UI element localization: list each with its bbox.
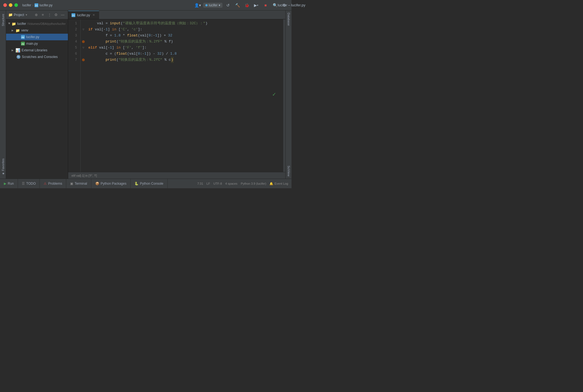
rerun-button[interactable]: ↺: [224, 2, 232, 9]
tree-item-scratches[interactable]: ✎ Scratches and Consoles: [6, 54, 68, 60]
console-tab-icon: 🐍: [134, 182, 139, 186]
code-7-c2: c: [169, 57, 171, 63]
status-breadcrumb-text: elif val[-1] in ['F', 'f']: [71, 174, 97, 177]
traffic-lights: [3, 3, 18, 7]
titlebar: lucifer › py lucifer.py lucifer – lucife…: [0, 0, 292, 10]
debug-button[interactable]: 🐞: [243, 2, 251, 9]
tree-item-lucifer-py[interactable]: py lucifer.py: [6, 34, 68, 40]
main-py-label: main.py: [26, 42, 38, 46]
file-icon: py: [35, 3, 38, 7]
event-log[interactable]: 🔔 Event Log: [269, 182, 288, 186]
breakpoint-7[interactable]: [82, 59, 85, 61]
breakpoint-4[interactable]: [82, 40, 85, 43]
code-4-p1: (: [116, 39, 118, 45]
hide-panel-button[interactable]: —: [60, 12, 66, 18]
gutter-1: [81, 20, 86, 27]
code-3-mul: *: [121, 33, 127, 39]
code-2-idx2: ]: [108, 27, 112, 33]
main-layout: Structure ★ Favorites 📁 Project ▼ ⊕ ≡ ⋮ …: [0, 10, 292, 179]
code-7-print: print: [105, 57, 116, 63]
code-4-print: print: [105, 39, 116, 45]
gutter-5: ▽: [81, 45, 86, 51]
maximize-button[interactable]: [14, 3, 18, 7]
code-line-2: if val [- 1 ] in [ 'C' , 'c' ]:: [88, 27, 283, 33]
run-coverage-button[interactable]: ▶▾: [252, 2, 260, 9]
code-7-pct: %: [162, 57, 169, 63]
fold-marker-5[interactable]: ▽: [83, 45, 84, 51]
line-num-7: 7: [68, 57, 78, 63]
code-6-1b: 1: [144, 51, 147, 57]
code-1-var: val: [97, 20, 103, 27]
tab-problems[interactable]: ⚠ Problems: [40, 179, 66, 189]
stop-button[interactable]: ■: [262, 2, 269, 9]
python-version[interactable]: Python 3.9 (lucifer): [241, 182, 266, 185]
left-vertical-labels: Structure ★ Favorites: [0, 10, 6, 179]
code-2-comma: ,: [127, 27, 131, 33]
line-sep[interactable]: LF: [206, 182, 210, 185]
tree-item-external-libs[interactable]: ▶ 📊 External Libraries: [6, 47, 68, 54]
run-tab-label: Run: [8, 182, 14, 186]
tree-root-folder[interactable]: ▶ 📁 lucifer /Volumes/DBA/python/lucifer: [6, 20, 68, 27]
breadcrumb-filename[interactable]: lucifer.py: [39, 3, 52, 7]
line-numbers: 1 2 3 4 5 6 7: [68, 19, 81, 172]
settings-gear-button[interactable]: ⚙: [53, 12, 59, 18]
tab-terminal[interactable]: ▣ Terminal: [66, 179, 91, 189]
line-num-3: 3: [68, 33, 78, 39]
code-2-idx: [-: [101, 27, 106, 33]
code-6-val2: val: [129, 51, 136, 57]
code-content[interactable]: val = input ( "请输入带温度表示符号的温度值（例如：32C）： "…: [86, 19, 283, 172]
cursor-position[interactable]: 7:31: [197, 182, 203, 185]
sciview-label[interactable]: SciView: [286, 163, 292, 179]
tab-close-button[interactable]: ✕: [92, 13, 96, 17]
tab-python-packages[interactable]: 📦 Python Packages: [91, 179, 131, 189]
tab-python-console[interactable]: 🐍 Python Console: [131, 179, 168, 189]
code-5-idx: [-: [105, 45, 110, 51]
code-7-str: "转换后的温度为：%.2fC": [118, 57, 162, 63]
venv-folder-icon: 📁: [15, 28, 20, 33]
collapse-all-button[interactable]: ≡: [40, 12, 46, 18]
project-title[interactable]: 📁 Project ▼: [8, 13, 28, 17]
minimize-button[interactable]: [9, 3, 12, 7]
tab-lucifer-py[interactable]: py lucifer.py ✕: [68, 11, 99, 19]
code-line-5: elif val [- 1 ] in [ 'F' , 'f' ]:: [88, 45, 283, 51]
run-config[interactable]: lucifer ▾: [203, 3, 222, 8]
close-button[interactable]: [3, 3, 7, 7]
vertical-scrollbar[interactable]: [283, 19, 285, 172]
code-6-32: 32: [157, 51, 162, 57]
code-6-p1: (: [127, 51, 129, 57]
tab-run[interactable]: ▶ Run: [0, 179, 18, 189]
indent[interactable]: 4 spaces: [225, 182, 237, 185]
tree-item-venv[interactable]: ▶ 📁 venv: [6, 27, 68, 34]
code-6-sl: [: [136, 51, 138, 57]
fold-marker-2[interactable]: ▽: [83, 27, 84, 33]
tree-item-main-py[interactable]: py main.py: [6, 40, 68, 47]
expand-all-button[interactable]: ⋮: [46, 12, 52, 18]
encoding[interactable]: UTF-8: [213, 182, 222, 185]
code-2-in: in: [112, 27, 118, 33]
todo-tab-icon: ☰: [22, 182, 25, 186]
gutter-4: [81, 39, 86, 45]
tab-todo[interactable]: ☰ TODO: [18, 179, 40, 189]
code-5-in: in: [116, 45, 123, 51]
database-label[interactable]: Database: [286, 10, 292, 28]
breadcrumb-project[interactable]: lucifer: [22, 3, 31, 7]
packages-tab-icon: 📦: [95, 182, 99, 186]
code-3-p1: (: [138, 33, 140, 39]
code-2-if: if: [88, 27, 95, 33]
window-title: lucifer – lucifer.py: [278, 3, 292, 7]
code-3-indent: [88, 33, 105, 39]
code-6-18: 1.8: [170, 51, 177, 57]
line-num-6: 6: [68, 51, 78, 57]
external-libs-icon: 📊: [15, 48, 20, 52]
code-3-col: :: [151, 33, 153, 39]
new-file-button[interactable]: ⊕: [33, 12, 39, 18]
structure-label[interactable]: Structure: [0, 12, 6, 28]
line-num-5: 5: [68, 45, 78, 51]
code-6-float: float: [116, 51, 127, 57]
build-button[interactable]: 🔨: [234, 2, 241, 9]
external-libs-label: External Libraries: [22, 48, 47, 52]
profile-button[interactable]: 👤▾: [194, 2, 202, 9]
favorites-label[interactable]: ★ Favorites: [0, 156, 6, 178]
code-4-str: "转换后的温度为：%.2fF": [118, 39, 162, 45]
code-3-sl: [: [147, 33, 149, 39]
